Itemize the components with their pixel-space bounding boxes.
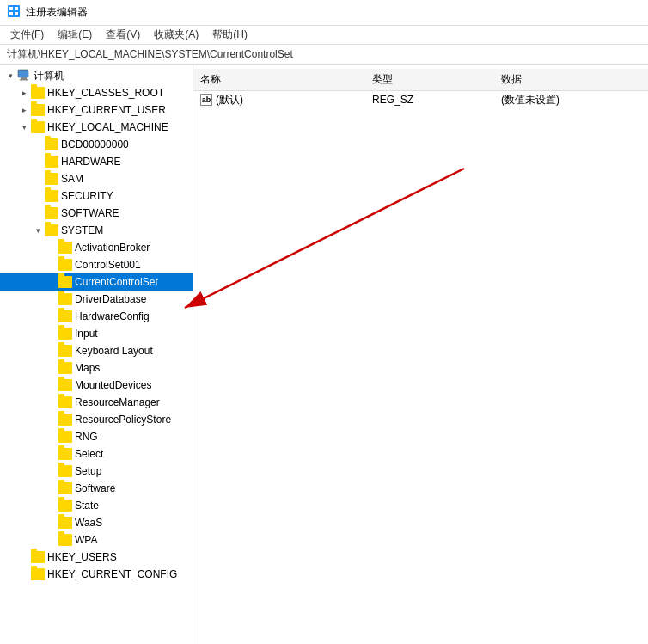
tree-label-resourcepolicystore: ResourcePolicyStore [75,414,171,426]
tree-item-waas[interactable]: WaaS [0,514,193,531]
table-row[interactable]: ab(默认)REG_SZ(数值未设置) [193,91,648,108]
tree-item-hardwareconfig[interactable]: HardwareConfig [0,308,193,325]
menu-item-编辑e[interactable]: 编辑(E) [51,26,99,44]
folder-icon-sam [45,173,58,185]
tree-item-hkey_current_config[interactable]: HKEY_CURRENT_CONFIG [0,566,193,583]
folder-icon-security [45,190,58,202]
tree-label-mounteddevices: MountedDevices [75,379,151,391]
address-path: 计算机\HKEY_LOCAL_MACHINE\SYSTEM\CurrentCon… [7,47,293,62]
expand-btn-current_user[interactable] [17,103,31,117]
folder-icon-state [58,500,72,512]
tree-item-local_machine[interactable]: HKEY_LOCAL_MACHINE [0,119,193,136]
folder-icon-select [58,448,72,460]
tree-item-maps[interactable]: Maps [0,359,193,377]
tree-item-state[interactable]: State [0,497,193,514]
folder-icon-local_machine [31,121,45,133]
title-bar: 注册表编辑器 [0,0,648,26]
svg-rect-4 [15,12,18,15]
tree-label-hkey_current_config: HKEY_CURRENT_CONFIG [47,568,177,580]
tree-label-select: Select [75,448,103,460]
address-bar: 计算机\HKEY_LOCAL_MACHINE\SYSTEM\CurrentCon… [0,45,648,65]
expand-btn-waas [45,516,58,530]
expand-btn-keyboardlayout [45,344,58,358]
folder-icon-driverdatabase [58,293,72,305]
tree-item-softwareSub[interactable]: Software [0,480,193,497]
tree-item-computer[interactable]: 计算机 [0,67,193,84]
tree-item-driverdatabase[interactable]: DriverDatabase [0,291,193,308]
tree-label-state: State [75,500,99,512]
tree-label-currentcontrolset: CurrentControlSet [75,276,158,288]
tree-item-setup[interactable]: Setup [0,463,193,480]
tree-item-select[interactable]: Select [0,445,193,463]
expand-btn-resourcepolicystore [45,413,58,426]
tree-label-maps: Maps [75,362,100,374]
expand-btn-classes_root[interactable] [17,86,31,100]
tree-label-waas: WaaS [75,517,102,529]
menu-item-文件f[interactable]: 文件(F) [3,26,51,44]
tree-item-classes_root[interactable]: HKEY_CLASSES_ROOT [0,84,193,101]
tree-label-security: SECURITY [61,190,113,202]
expand-btn-computer[interactable] [3,69,17,83]
tree-item-sam[interactable]: SAM [0,170,193,187]
tree-item-mounteddevices[interactable]: MountedDevices [0,377,193,394]
folder-icon-resourcepolicystore [58,414,72,426]
tree-label-local_machine: HKEY_LOCAL_MACHINE [47,121,168,133]
tree-item-security[interactable]: SECURITY [0,187,193,205]
tree-item-rng[interactable]: RNG [0,428,193,445]
menu-item-帮助h[interactable]: 帮助(H) [205,26,254,44]
value-name-text: (默认) [216,93,243,107]
tree-item-bcd[interactable]: BCD00000000 [0,136,193,153]
svg-rect-7 [20,79,28,81]
tree-label-wpa: WPA [75,534,97,546]
folder-icon-input [58,328,72,340]
col-header-name: 名称 [193,71,365,89]
expand-btn-mounteddevices [45,378,58,392]
tree-item-currentcontrolset[interactable]: CurrentControlSet [0,273,193,291]
col-header-data: 数据 [494,71,648,89]
tree-item-input[interactable]: Input [0,325,193,342]
tree-item-hardware[interactable]: HARDWARE [0,153,193,170]
tree-label-computer: 计算机 [34,69,64,83]
tree-item-controlset001[interactable]: ControlSet001 [0,256,193,273]
menu-item-查看v[interactable]: 查看(V) [99,26,147,44]
expand-btn-system[interactable] [31,224,45,237]
folder-icon-currentcontrolset [58,276,72,288]
tree-item-resourcepolicystore[interactable]: ResourcePolicyStore [0,411,193,428]
tree-item-hkey_users[interactable]: HKEY_USERS [0,549,193,566]
tree-item-activationbroker[interactable]: ActivationBroker [0,239,193,256]
menu-bar: 文件(F)编辑(E)查看(V)收藏夹(A)帮助(H) [0,26,648,45]
expand-btn-local_machine[interactable] [17,120,31,134]
app-icon [7,4,21,21]
tree-item-software[interactable]: SOFTWARE [0,205,193,222]
value-type-icon: ab [200,94,212,106]
folder-icon-hkey_users [31,551,45,563]
folder-icon-hardware [45,156,58,168]
tree-item-current_user[interactable]: HKEY_CURRENT_USER [0,101,193,119]
svg-rect-6 [21,77,27,79]
tree-item-resourcemanager[interactable]: ResourceManager [0,394,193,411]
expand-btn-currentcontrolset [45,275,58,289]
menu-item-收藏夹a[interactable]: 收藏夹(A) [147,26,205,44]
expand-btn-software [31,206,45,220]
expand-btn-input [45,327,58,340]
tree-item-keyboardlayout[interactable]: Keyboard Layout [0,342,193,359]
expand-btn-setup [45,464,58,478]
app-title: 注册表编辑器 [26,5,88,20]
tree-label-sam: SAM [61,173,83,185]
expand-btn-select [45,447,58,461]
tree-item-system[interactable]: SYSTEM [0,222,193,239]
expand-btn-bcd [31,138,45,151]
folder-icon-mounteddevices [58,379,72,391]
col-header-type: 类型 [365,71,494,89]
folder-icon-hkey_current_config [31,568,45,580]
folder-icon-keyboardlayout [58,345,72,357]
svg-rect-2 [15,7,18,10]
tree-label-controlset001: ControlSet001 [75,259,141,271]
folder-icon-rng [58,431,72,443]
value-type: REG_SZ [365,92,494,107]
folder-icon-setup [58,465,72,477]
tree-item-wpa[interactable]: WPA [0,531,193,549]
svg-rect-3 [9,12,13,15]
folder-icon-classes_root [31,87,45,99]
folder-icon-hardwareconfig [58,310,72,322]
